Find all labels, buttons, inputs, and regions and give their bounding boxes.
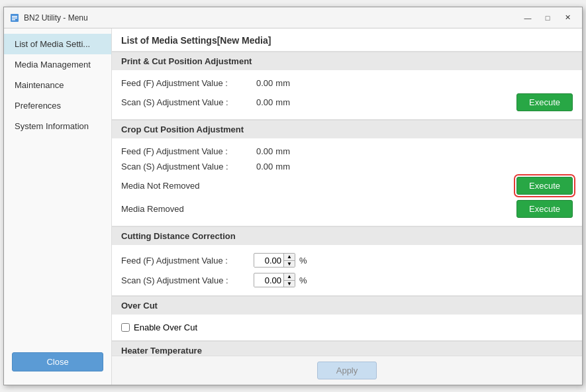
feed-f-label-2: Feed (F) Adjustment Value : <box>121 146 254 156</box>
section-heater-temperature: Heater Temperature <box>112 341 582 356</box>
svg-rect-1 <box>12 16 17 17</box>
field-row-scan-s-3: Scan (S) Adjustment Value : ▲ ▼ % <box>121 270 573 290</box>
sidebar-item-system-information[interactable]: System Information <box>4 116 111 136</box>
section-print-cut-position: Print & Cut Position Adjustment Feed (F)… <box>112 52 582 120</box>
section-body-print-cut: Feed (F) Adjustment Value : 0.00 mm Scan… <box>112 70 582 119</box>
main-footer: Apply <box>112 356 582 385</box>
main-window: BN2 Utility - Menu — □ ✕ List of Media S… <box>3 7 583 385</box>
sidebar-item-preferences[interactable]: Preferences <box>4 95 111 116</box>
field-row-feed-f-2: Feed (F) Adjustment Value : 0.00 mm <box>121 144 573 159</box>
window-controls: — □ ✕ <box>518 11 577 25</box>
feed-f-spinner-3[interactable]: ▲ ▼ <box>254 253 295 268</box>
sidebar-item-list-of-media-settings[interactable]: List of Media Setti... <box>4 34 111 54</box>
scan-s-label-1: Scan (S) Adjustment Value : <box>121 97 254 107</box>
sidebar-item-media-management[interactable]: Media Management <box>4 54 111 75</box>
title-bar: BN2 Utility - Menu — □ ✕ <box>4 7 582 28</box>
feed-f-up-3[interactable]: ▲ <box>284 254 295 260</box>
content-area: List of Media Setti... Media Management … <box>4 28 582 385</box>
minimize-button[interactable]: — <box>518 11 537 25</box>
scan-s-value-1: 0.00 <box>256 97 273 107</box>
sidebar-item-maintenance[interactable]: Maintenance <box>4 75 111 95</box>
scan-s-up-3[interactable]: ▲ <box>284 273 295 280</box>
scan-s-unit-2: mm <box>275 162 290 172</box>
scan-s-spinner-3[interactable]: ▲ ▼ <box>254 273 295 287</box>
scan-s-spinner-buttons-3: ▲ ▼ <box>283 273 295 287</box>
section-header-crop-cut: Crop Cut Position Adjustment <box>112 120 582 138</box>
section-header-over-cut: Over Cut <box>112 296 582 315</box>
feed-f-value-1: 0.00 <box>256 78 273 88</box>
section-header-cutting-distance: Cutting Distance Correction <box>112 226 582 245</box>
window-title: BN2 Utility - Menu <box>24 13 518 23</box>
enable-over-cut-row: Enable Over Cut <box>121 320 573 335</box>
field-row-scan-s-1: Scan (S) Adjustment Value : 0.00 mm Exec… <box>121 91 573 114</box>
field-row-scan-s-2: Scan (S) Adjustment Value : 0.00 mm <box>121 159 573 174</box>
scrollable-area[interactable]: Print & Cut Position Adjustment Feed (F)… <box>112 52 582 356</box>
section-header-heater-temperature: Heater Temperature <box>112 341 582 356</box>
feed-f-unit-2: mm <box>275 146 290 156</box>
feed-f-unit-3: % <box>299 256 307 266</box>
field-row-media-not-removed: Media Not Removed Execute <box>121 174 573 197</box>
window-close-button[interactable]: ✕ <box>558 11 577 25</box>
scan-s-down-3[interactable]: ▼ <box>284 280 295 287</box>
svg-rect-3 <box>12 19 15 21</box>
feed-f-label-1: Feed (F) Adjustment Value : <box>121 78 254 88</box>
section-header-print-cut: Print & Cut Position Adjustment <box>112 52 582 70</box>
svg-rect-2 <box>12 17 17 19</box>
feed-f-input-3[interactable] <box>254 254 283 267</box>
execute-button-media-removed[interactable]: Execute <box>516 200 573 218</box>
section-body-crop-cut: Feed (F) Adjustment Value : 0.00 mm Scan… <box>112 138 582 226</box>
media-not-removed-label: Media Not Removed <box>121 181 254 191</box>
scan-s-unit-1: mm <box>275 97 290 107</box>
maximize-button[interactable]: □ <box>538 11 557 25</box>
execute-button-media-not-removed[interactable]: Execute <box>516 177 573 195</box>
execute-button-print-cut[interactable]: Execute <box>516 93 573 111</box>
scan-s-value-2: 0.00 <box>256 162 273 172</box>
section-crop-cut-position: Crop Cut Position Adjustment Feed (F) Ad… <box>112 120 582 226</box>
section-body-over-cut: Enable Over Cut <box>112 315 582 340</box>
feed-f-value-2: 0.00 <box>256 146 273 156</box>
enable-over-cut-checkbox[interactable] <box>121 323 130 332</box>
section-over-cut: Over Cut Enable Over Cut <box>112 296 582 341</box>
feed-f-spinner-buttons-3: ▲ ▼ <box>283 254 295 267</box>
scan-s-label-2: Scan (S) Adjustment Value : <box>121 162 254 172</box>
sidebar: List of Media Setti... Media Management … <box>4 28 112 385</box>
main-header: List of Media Settings[New Media] <box>112 28 582 52</box>
sidebar-footer: Close <box>4 344 111 379</box>
main-content: List of Media Settings[New Media] Print … <box>112 28 582 385</box>
field-row-feed-f-3: Feed (F) Adjustment Value : ▲ ▼ % <box>121 250 573 270</box>
feed-f-label-3: Feed (F) Adjustment Value : <box>121 256 254 266</box>
feed-f-unit-1: mm <box>275 78 290 88</box>
scan-s-label-3: Scan (S) Adjustment Value : <box>121 275 254 285</box>
scan-s-input-3[interactable] <box>254 274 283 287</box>
enable-over-cut-label: Enable Over Cut <box>134 322 197 332</box>
apply-button[interactable]: Apply <box>317 362 377 379</box>
feed-f-down-3[interactable]: ▼ <box>284 260 295 267</box>
media-removed-label: Media Removed <box>121 204 254 214</box>
section-cutting-distance: Cutting Distance Correction Feed (F) Adj… <box>112 226 582 296</box>
field-row-media-removed: Media Removed Execute <box>121 197 573 220</box>
close-button[interactable]: Close <box>12 352 103 371</box>
scan-s-unit-3: % <box>299 275 307 285</box>
field-row-feed-f-1: Feed (F) Adjustment Value : 0.00 mm <box>121 75 573 91</box>
app-icon <box>9 13 20 23</box>
section-body-cutting-distance: Feed (F) Adjustment Value : ▲ ▼ % <box>112 245 582 295</box>
